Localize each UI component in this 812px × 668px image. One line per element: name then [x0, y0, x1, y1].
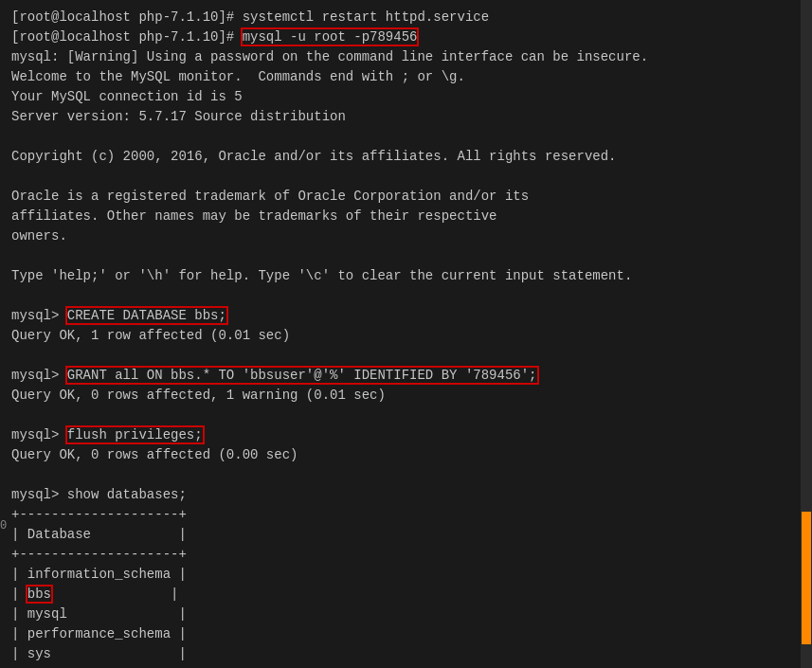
- line-34: +--------------------+: [11, 664, 787, 668]
- line-11: affiliates. Other names may be trademark…: [11, 207, 787, 226]
- line-23: Query OK, 0 rows affected (0.00 sec): [11, 445, 787, 465]
- line-5: Your MySQL connection id is 5: [11, 87, 787, 107]
- scrollbar-thumb[interactable]: [802, 512, 811, 644]
- line-3: mysql: [Warning] Using a password on the…: [11, 47, 787, 67]
- line-12: owners.: [11, 226, 787, 246]
- line-15: [11, 286, 787, 306]
- line-22: mysql> flush privileges;: [11, 425, 787, 445]
- terminal-window: [root@localhost php-7.1.10]# systemctl r…: [0, 0, 812, 668]
- line-29: | information_schema |: [11, 565, 787, 585]
- line-24: [11, 465, 787, 485]
- db-bbs: bbs: [27, 587, 51, 602]
- scrollbar[interactable]: [801, 0, 812, 668]
- line-9: [11, 167, 787, 187]
- line-7: [11, 127, 787, 147]
- line-21: [11, 406, 787, 425]
- line-14: Type 'help;' or '\h' for help. Type '\c'…: [11, 266, 787, 286]
- cmd-create-db: CREATE DATABASE bbs;: [67, 308, 226, 323]
- line-25: mysql> show databases;: [11, 485, 787, 505]
- line-10: Oracle is a registered trademark of Orac…: [11, 187, 787, 207]
- line-19: mysql> GRANT all ON bbs.* TO 'bbsuser'@'…: [11, 366, 787, 386]
- line-26: +--------------------+: [11, 505, 787, 525]
- line-28: +--------------------+: [11, 545, 787, 565]
- line-27: | Database |: [11, 525, 787, 545]
- line-4: Welcome to the MySQL monitor. Commands e…: [11, 67, 787, 87]
- line-2: [root@localhost php-7.1.10]# mysql -u ro…: [11, 27, 787, 47]
- cmd-flush: flush privileges;: [67, 427, 203, 442]
- line-32: | performance_schema |: [11, 624, 787, 644]
- cmd-grant: GRANT all ON bbs.* TO 'bbsuser'@'%' IDEN…: [67, 368, 537, 383]
- cmd-mysql-login: mysql -u root -p789456: [243, 29, 418, 45]
- line-17: Query OK, 1 row affected (0.01 sec): [11, 326, 787, 346]
- line-31: | mysql |: [11, 605, 787, 624]
- line-13: [11, 246, 787, 266]
- line-20: Query OK, 0 rows affected, 1 warning (0.…: [11, 386, 787, 406]
- line-33: | sys |: [11, 644, 787, 664]
- line-6: Server version: 5.7.17 Source distributi…: [11, 107, 787, 127]
- terminal-content: [root@localhost php-7.1.10]# systemctl r…: [11, 8, 787, 668]
- line-30: | bbs |: [11, 585, 787, 605]
- line-8: Copyright (c) 2000, 2016, Oracle and/or …: [11, 147, 787, 167]
- line-18: [11, 346, 787, 366]
- zero-marker: 0: [0, 519, 7, 533]
- line-16: mysql> CREATE DATABASE bbs;: [11, 306, 787, 326]
- scrollbar-track[interactable]: [802, 0, 811, 668]
- line-1: [root@localhost php-7.1.10]# systemctl r…: [11, 8, 787, 27]
